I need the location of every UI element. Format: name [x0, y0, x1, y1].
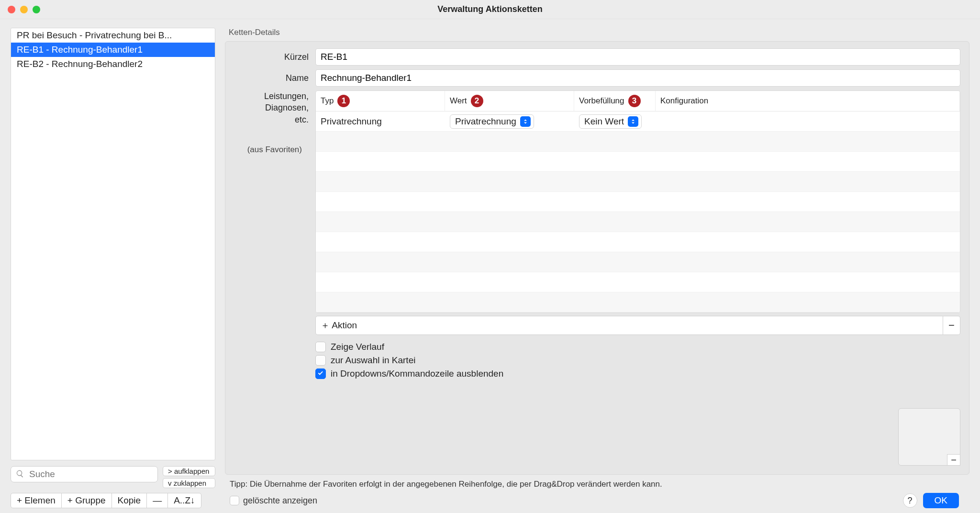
zeige-verlauf-checkbox[interactable]: Zeige Verlauf [315, 342, 503, 352]
chain-item[interactable]: RE-B1 - Rechnung-Behandler1 [11, 43, 215, 57]
name-input[interactable] [315, 69, 960, 87]
search-icon [16, 469, 24, 480]
tip-text: Tipp: Die Übernahme der Favoriten erfolg… [230, 480, 662, 489]
table-header: Typ 1 Wert 2 Vorbefüllung 3 [316, 91, 960, 112]
table-label: Leistungen, Diagnosen, etc. (aus Favorit… [234, 90, 315, 379]
badge-3-icon: 3 [628, 95, 641, 107]
icon-well[interactable]: − [898, 408, 960, 466]
zur-auswahl-checkbox[interactable]: zur Auswahl in Kartei [315, 355, 503, 366]
add-action-button[interactable]: ＋ Aktion [315, 316, 943, 335]
badge-1-icon: 1 [337, 95, 350, 107]
kuerzel-label: Kürzel [234, 52, 315, 62]
table-row [316, 212, 960, 232]
col-vorbefuellung[interactable]: Vorbefüllung 3 [574, 91, 656, 111]
table-row [316, 132, 960, 152]
chevron-updown-icon [520, 116, 531, 127]
zoom-icon[interactable] [33, 6, 40, 13]
chain-item[interactable]: PR bei Besuch - Privatrechung bei B... [11, 28, 215, 43]
details-panel: Kürzel Name Leistungen, Diagnosen, etc. … [225, 41, 969, 475]
search-input[interactable] [28, 468, 153, 480]
add-element-button[interactable]: + Elemen [11, 493, 62, 508]
cell-typ: Privatrechnung [316, 114, 445, 129]
remove-button[interactable]: — [147, 493, 168, 508]
window-title: Verwaltung Aktionsketten [0, 4, 980, 14]
minimize-icon[interactable] [20, 6, 28, 13]
copy-button[interactable]: Kopie [112, 493, 147, 508]
sidebar-toolbar: + Elemen + Gruppe Kopie — A..Z↓ [11, 493, 215, 508]
wert-select[interactable]: Privatrechnung [450, 114, 534, 129]
badge-2-icon: 2 [471, 95, 483, 107]
table-row [316, 252, 960, 272]
chain-item[interactable]: RE-B2 - Rechnung-Behandler2 [11, 57, 215, 71]
checkbox-icon [315, 355, 326, 366]
table-row [316, 232, 960, 252]
sort-button[interactable]: A..Z↓ [168, 493, 201, 508]
chain-list[interactable]: PR bei Besuch - Privatrechung bei B... R… [11, 28, 215, 460]
expand-all-button[interactable]: > aufklappen [163, 466, 215, 476]
col-konfiguration[interactable]: Konfiguration [656, 91, 960, 111]
table-row [316, 152, 960, 172]
in-dropdowns-checkbox[interactable]: in Dropdowns/Kommandozeile ausblenden [315, 368, 503, 379]
vorbefuellung-select[interactable]: Kein Wert [579, 114, 642, 129]
favoriten-note: (aus Favoriten) [234, 145, 309, 156]
ok-button[interactable]: OK [923, 493, 959, 508]
show-deleted-checkbox[interactable]: gelöschte anzeigen [230, 496, 317, 506]
table-row [316, 272, 960, 292]
remove-action-button[interactable]: − [943, 316, 960, 335]
table-row[interactable]: Privatrechnung Privatrechnung K [316, 112, 960, 132]
checkbox-checked-icon [315, 368, 326, 379]
titlebar: Verwaltung Aktionsketten [0, 0, 980, 19]
add-group-button[interactable]: + Gruppe [62, 493, 112, 508]
checkbox-icon [315, 342, 326, 352]
table-row [316, 292, 960, 312]
kuerzel-input[interactable] [315, 48, 960, 66]
help-button[interactable]: ? [903, 493, 917, 508]
name-label: Name [234, 73, 315, 83]
checkbox-icon [230, 496, 239, 505]
collapse-all-button[interactable]: v zuklappen [163, 478, 215, 488]
actions-table: Typ 1 Wert 2 Vorbefüllung 3 [315, 90, 960, 313]
col-typ[interactable]: Typ 1 [316, 91, 445, 111]
icon-remove-button[interactable]: − [947, 454, 960, 466]
window-controls [8, 6, 40, 13]
table-row [316, 172, 960, 192]
table-row [316, 192, 960, 212]
col-wert[interactable]: Wert 2 [445, 91, 574, 111]
search-input-wrapper[interactable] [11, 466, 158, 482]
chevron-updown-icon [628, 116, 638, 127]
section-title: Ketten-Details [229, 28, 969, 37]
close-icon[interactable] [8, 6, 15, 13]
